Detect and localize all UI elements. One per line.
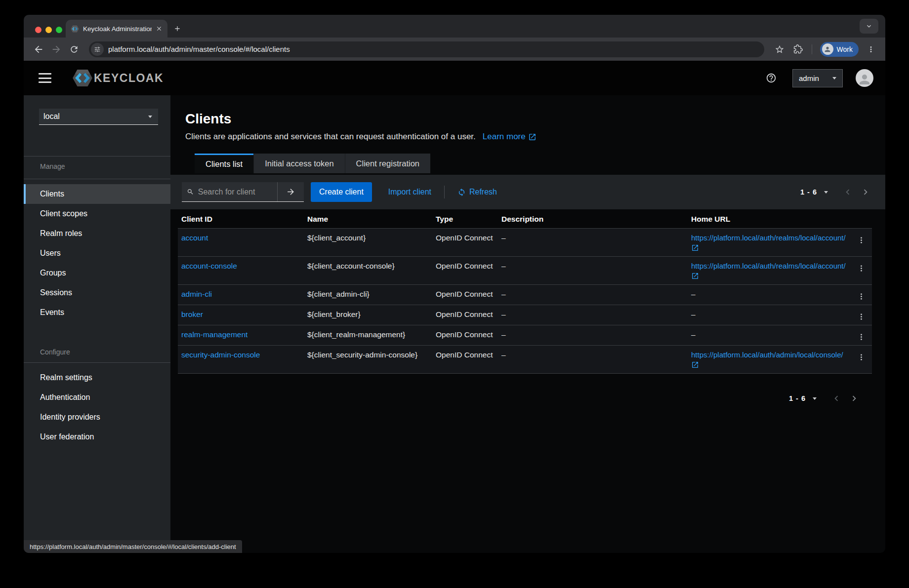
- sidebar-nav-configure: Realm settings Authentication Identity p…: [24, 368, 170, 447]
- sidebar-item[interactable]: Client scopes: [24, 204, 170, 224]
- browser-toolbar: platform.local/auth/admin/master/console…: [24, 38, 885, 61]
- sidebar-item[interactable]: Realm roles: [24, 224, 170, 243]
- address-bar[interactable]: platform.local/auth/admin/master/console…: [89, 41, 764, 57]
- client-type: OpenID Connect: [432, 257, 498, 274]
- pagination-dropdown-icon[interactable]: [813, 397, 817, 400]
- row-kebab-icon[interactable]: [853, 288, 869, 305]
- client-name: ${client_account-console}: [304, 257, 432, 274]
- external-link-icon[interactable]: [691, 272, 846, 280]
- client-description: –: [498, 305, 688, 323]
- user-avatar[interactable]: [856, 69, 873, 87]
- traffic-lights: [35, 27, 62, 33]
- sidebar: local Manage Clients Client scopes Realm…: [24, 95, 170, 553]
- home-url-link[interactable]: https://platform.local/auth/realms/local…: [691, 262, 846, 270]
- external-link-icon: [528, 133, 537, 141]
- tab[interactable]: Client registration: [345, 154, 430, 173]
- forward-icon[interactable]: [48, 41, 64, 57]
- sidebar-divider: [24, 362, 170, 363]
- extensions-icon[interactable]: [790, 41, 807, 58]
- client-description: –: [498, 325, 688, 343]
- create-client-button[interactable]: Create client: [311, 182, 372, 202]
- sidebar-item[interactable]: Groups: [24, 263, 170, 283]
- row-kebab-icon[interactable]: [853, 260, 869, 276]
- client-id-link[interactable]: broker: [181, 310, 203, 318]
- page-description: Clients are applications and services th…: [185, 132, 476, 142]
- bookmark-star-icon[interactable]: [771, 41, 788, 58]
- sidebar-item[interactable]: Users: [24, 243, 170, 263]
- refresh-link[interactable]: Refresh: [457, 188, 497, 196]
- external-link-icon[interactable]: [691, 361, 846, 369]
- client-type: OpenID Connect: [432, 305, 498, 323]
- row-kebab-icon[interactable]: [853, 349, 869, 365]
- sidebar-item[interactable]: Authentication: [24, 388, 170, 407]
- window-close-button[interactable]: [35, 27, 41, 33]
- search-input[interactable]: [198, 188, 272, 196]
- browser-tab[interactable]: Keycloak Administration UI: [66, 20, 167, 38]
- client-home-url: –: [688, 325, 850, 343]
- table-row: account ${client_account} OpenID Connect…: [178, 228, 872, 256]
- realm-selector[interactable]: local: [39, 109, 158, 125]
- sidebar-item[interactable]: Clients: [24, 184, 170, 204]
- table-row: account-console ${client_account-console…: [178, 256, 872, 284]
- pagination-dropdown-icon[interactable]: [824, 191, 828, 194]
- client-description: –: [498, 346, 688, 363]
- next-page-icon[interactable]: [857, 183, 874, 201]
- tab[interactable]: Clients list: [195, 154, 253, 173]
- import-client-link[interactable]: Import client: [388, 188, 431, 196]
- learn-more-link[interactable]: Learn more: [483, 132, 537, 142]
- row-kebab-icon[interactable]: [853, 232, 869, 248]
- pagination-top: 1 - 6: [800, 183, 874, 201]
- client-description: –: [498, 285, 688, 303]
- client-id-link[interactable]: realm-management: [181, 330, 248, 339]
- client-id-link[interactable]: security-admin-console: [181, 351, 260, 359]
- row-kebab-icon[interactable]: [853, 308, 869, 325]
- client-home-url: –: [688, 305, 850, 323]
- sidebar-item[interactable]: Realm settings: [24, 368, 170, 388]
- prev-page-icon[interactable]: [827, 390, 845, 407]
- client-home-url: https://platform.local/auth/realms/local…: [688, 229, 850, 256]
- caret-down-icon: [148, 116, 152, 118]
- client-id-link[interactable]: admin-cli: [181, 290, 212, 298]
- browser-profile-button[interactable]: Work: [820, 42, 859, 57]
- client-description: –: [498, 229, 688, 246]
- external-link-icon[interactable]: [691, 244, 846, 252]
- back-icon[interactable]: [31, 41, 46, 57]
- tab-title: Keycloak Administration UI: [83, 25, 152, 33]
- tab-close-icon[interactable]: [156, 25, 163, 32]
- tab[interactable]: Initial access token: [253, 154, 344, 173]
- client-id-link[interactable]: account: [181, 234, 208, 242]
- browser-menu-icon[interactable]: [864, 42, 878, 57]
- sidebar-item[interactable]: Identity providers: [24, 407, 170, 427]
- client-type: OpenID Connect: [432, 285, 498, 303]
- table-header-row: Client ID Name Type Description Home URL: [178, 209, 872, 228]
- toolbar-divider: [812, 44, 812, 54]
- sidebar-item[interactable]: Events: [24, 303, 170, 322]
- pagination-label: 1 - 6: [800, 188, 817, 196]
- hamburger-menu-icon[interactable]: [39, 73, 51, 83]
- site-info-icon[interactable]: [91, 43, 104, 56]
- next-page-icon[interactable]: [845, 390, 863, 407]
- client-name: ${client_realm-management}: [304, 325, 432, 343]
- search-submit-icon[interactable]: [277, 182, 304, 201]
- window-minimize-button[interactable]: [45, 27, 52, 33]
- home-url-link[interactable]: https://platform.local/auth/realms/local…: [691, 234, 846, 242]
- clients-table: Client ID Name Type Description Home URL…: [178, 209, 872, 374]
- search-group: [182, 182, 304, 202]
- prev-page-icon[interactable]: [839, 183, 857, 201]
- sidebar-item[interactable]: Sessions: [24, 283, 170, 303]
- toolbar-divider: [444, 186, 445, 198]
- home-url-link[interactable]: https://platform.local/auth/admin/local/…: [691, 351, 846, 359]
- user-dropdown-label: admin: [799, 74, 819, 82]
- client-id-link[interactable]: account-console: [181, 262, 237, 270]
- search-icon: [187, 188, 194, 196]
- table-row: security-admin-console ${client_security…: [178, 345, 872, 373]
- caret-down-icon: [832, 77, 836, 79]
- reload-icon[interactable]: [66, 41, 82, 57]
- sidebar-item[interactable]: User federation: [24, 427, 170, 447]
- help-icon[interactable]: [763, 70, 780, 86]
- window-zoom-button[interactable]: [56, 27, 62, 33]
- row-kebab-icon[interactable]: [853, 328, 869, 345]
- new-tab-button[interactable]: [170, 22, 184, 36]
- user-dropdown[interactable]: admin: [792, 69, 843, 87]
- tab-search-chevron-icon[interactable]: [860, 19, 878, 34]
